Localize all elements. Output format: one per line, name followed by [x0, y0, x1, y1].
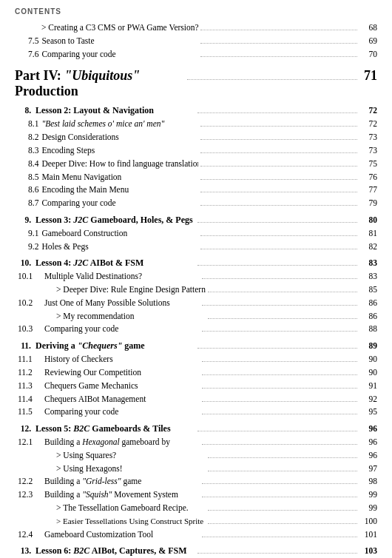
toc-entry-12: 12. Lesson 5: B2C Gameboards & Tiles 96 [15, 422, 377, 436]
toc-entry-10-1: 10.1 Multiple Valid Destinations? 83 [15, 270, 377, 283]
toc-entry-12-1-squares: > Using Squares? 96 [15, 449, 377, 463]
contents-label: CONTENTS [15, 7, 377, 16]
toc-entry-12-4: 12.4 Gameboard Customization Tool 101 [15, 528, 377, 542]
toc-entry-11-2: 11.2 Reviewing Our Competition 90 [15, 366, 377, 380]
toc-entry-10-3: 10.3 Comparing your code 88 [15, 323, 377, 336]
toc-entry-8-7: 8.7 Comparing your code 79 [15, 197, 377, 210]
toc-entry-10-my-rec: > My recommendation 86 [15, 310, 377, 323]
toc-entry-8-4: 8.4 Deeper Dive: How to find language tr… [15, 158, 377, 171]
toc-entry-13: 13. Lesson 6: B2C AIBot, Captures, & FSM… [15, 544, 377, 558]
toc-entry-10: 10. Lesson 4: J2C AIBot & FSM 83 [15, 256, 377, 270]
toc-entry-8-6: 8.6 Encoding the Main Menu 77 [15, 184, 377, 197]
toc-entry-12-1-hexagons: > Using Hexagons! 97 [15, 463, 377, 476]
toc-entry-10-deeper: > Deeper Dive: Rule Engine Design Patter… [15, 283, 377, 297]
toc-entry-11-5: 11.5 Comparing your code 95 [15, 406, 377, 419]
toc-entry-9: 9. Lesson 3: J2C Gameboard, Holes, & Peg… [15, 213, 377, 227]
toc-entry-12-2: 12.2 Building a "Grid-less" game 98 [15, 475, 377, 488]
toc-entry-11-1: 11.1 History of Checkers 90 [15, 353, 377, 366]
toc-entry-7-5: 7.5 Season to Taste 69 [15, 35, 377, 48]
toc-entry-8: 8. Lesson 2: Layout & Navigation 72 [15, 104, 377, 118]
toc-entry-12-3-easier: > Easier Tessellations Using Construct S… [15, 515, 377, 528]
part-iv-heading: Part IV: "Ubiquitous" Production 71 [15, 68, 377, 99]
toc-entry-10-2: 10.2 Just One of Many Possible Solutions… [15, 297, 377, 310]
toc-entry-11: 11. Deriving a "Chequers" game 89 [15, 339, 377, 353]
toc-entry-12-3: 12.3 Building a "Squish" Movement System… [15, 488, 377, 502]
toc-entry-11-3: 11.3 Chequers Game Mechanics 91 [15, 380, 377, 393]
toc-entry-8-2: 8.2 Design Considerations 73 [15, 131, 377, 144]
toc-entry-12-1: 12.1 Building a Hexagonal gameboard by 9… [15, 436, 377, 449]
toc-entry-11-4: 11.4 Chequers AIBot Management 92 [15, 393, 377, 406]
toc-entry-9-1: 9.1 Gameboard Construction 81 [15, 227, 377, 241]
toc-entry-9-2: 9.2 Holes & Pegs 82 [15, 241, 377, 254]
toc-entry-8-1: 8.1 "Best laid schemes o' mice an' men" … [15, 118, 377, 131]
toc-entry-8-5: 8.5 Main Menu Navigation 76 [15, 171, 377, 184]
toc-entry-7-6: 7.6 Comparing your code 70 [15, 48, 377, 61]
toc-entry-creating: > Creating a C3 CMS or PWA Game Version?… [15, 21, 377, 35]
toc-entry-8-3: 8.3 Encoding Steps 73 [15, 144, 377, 158]
toc-entry-12-3-tess: > The Tessellation Gameboard Recipe. 99 [15, 502, 377, 515]
